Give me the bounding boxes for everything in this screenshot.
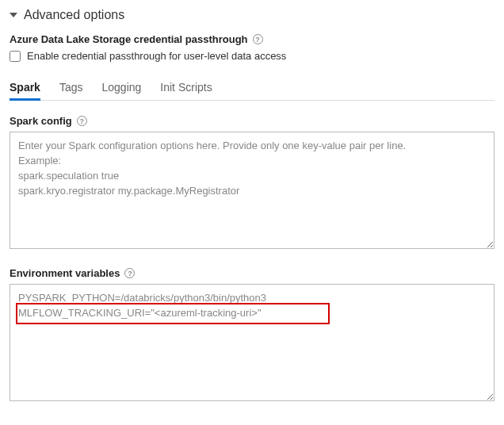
passthrough-checkbox-label: Enable credential passthrough for user-l… <box>27 50 286 62</box>
help-icon[interactable]: ? <box>253 34 263 44</box>
env-vars-block: Environment variables ? <box>10 267 494 404</box>
passthrough-label-row: Azure Data Lake Storage credential passt… <box>10 33 494 45</box>
tab-logging[interactable]: Logging <box>102 76 142 100</box>
advanced-options-title: Advanced options <box>24 8 124 22</box>
env-vars-label: Environment variables <box>10 267 120 279</box>
tab-init-scripts[interactable]: Init Scripts <box>160 76 212 100</box>
advanced-options-toggle[interactable]: Advanced options <box>10 8 494 22</box>
tab-bar: Spark Tags Logging Init Scripts <box>10 76 494 101</box>
spark-config-label-row: Spark config ? <box>10 115 494 127</box>
env-vars-wrap <box>10 284 494 404</box>
spark-config-label: Spark config <box>10 115 72 127</box>
spark-config-block: Spark config ? <box>10 115 494 251</box>
spark-config-textarea[interactable] <box>10 132 494 249</box>
env-vars-label-row: Environment variables ? <box>10 267 494 279</box>
help-icon[interactable]: ? <box>77 116 87 126</box>
passthrough-checkbox[interactable] <box>10 51 21 62</box>
help-icon[interactable]: ? <box>124 268 135 278</box>
passthrough-checkbox-row: Enable credential passthrough for user-l… <box>10 50 494 62</box>
passthrough-label: Azure Data Lake Storage credential passt… <box>10 33 248 45</box>
caret-down-icon <box>10 13 17 17</box>
tab-tags[interactable]: Tags <box>59 76 83 100</box>
env-vars-textarea[interactable] <box>10 284 494 401</box>
tab-spark[interactable]: Spark <box>10 76 40 100</box>
